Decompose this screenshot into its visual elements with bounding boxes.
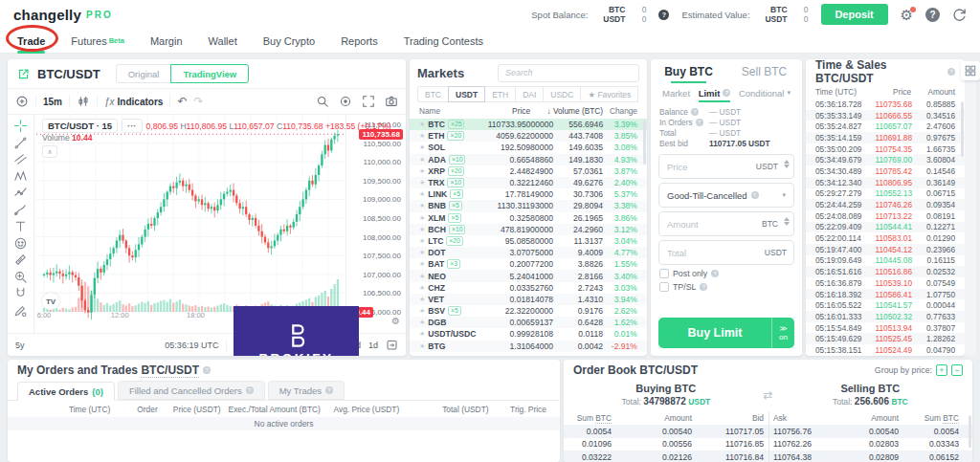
markets-search-input[interactable] [498,64,639,82]
info-icon[interactable] [723,89,730,97]
zoom-in-icon[interactable] [13,270,28,284]
draw-settings-icon[interactable] [13,303,28,318]
market-row[interactable]: ★LTC×2095.0858000011.31373.04% [410,235,647,247]
add-compare-icon[interactable] [15,95,29,108]
open-external-icon[interactable] [17,68,30,80]
market-row[interactable]: ★VET0.018140781.43103.94% [410,294,647,305]
market-row[interactable]: ★BTG1.310640000.0042-2.91% [410,341,647,352]
market-row[interactable]: ★SOL192.50980000149.60353.08% [410,142,647,153]
market-row[interactable]: ★DOT3.070750009.40094.77% [410,247,647,258]
settings-gear-icon[interactable]: ⚙ [901,8,913,22]
magnet-icon[interactable] [13,286,28,300]
deposit-button[interactable]: Deposit [821,4,888,25]
goto-date-icon[interactable] [386,339,398,351]
nav-item-reports[interactable]: Reports [341,29,378,54]
trendline-icon[interactable] [13,136,28,150]
info-icon[interactable] [711,270,719,277]
orders-tab-my-trades[interactable]: My Trades [268,381,345,400]
tif-info-icon[interactable] [751,191,759,199]
chart-plot[interactable]: 6:0012:0018:00 BTC/USDT · 15 ··· 0,806.9… [36,115,345,319]
crosshair-icon[interactable] [13,119,28,133]
candle-style-icon[interactable] [77,95,90,108]
markets-tab-btc[interactable]: BTC [417,86,449,102]
amount-stepper[interactable] [784,217,790,226]
range-5y[interactable]: 5y [15,341,25,350]
brush-icon[interactable] [13,203,28,217]
market-row[interactable]: ★BAT×30.200772003.88261.55% [410,258,647,270]
markets-scrollbar[interactable] [643,121,646,165]
fullscreen-icon[interactable] [362,95,375,108]
layout-grid-icon[interactable] [961,61,980,80]
market-row[interactable]: ★LINK×517.7814900030.73065.37% [410,188,647,200]
swap-icon[interactable]: ⇄ [763,388,772,402]
orders-tab-active-orders[interactable]: Active Orders(0) [17,382,115,401]
markets-tab-dai[interactable]: DAI [515,86,544,102]
time-sales-info-icon[interactable] [947,68,955,76]
range-1d[interactable]: 1d [368,341,378,350]
legend-menu-icon[interactable]: ··· [122,119,143,133]
market-row[interactable]: ★BNB×51130.3119300029.80943.38% [410,200,647,211]
checkbox-tp-sl[interactable]: TP/SL [659,282,793,292]
ruler-icon[interactable] [13,253,28,267]
market-row[interactable]: ★NEO5.240410002.81663.40% [410,270,647,281]
market-row[interactable]: ★BSV×522.322000000.91762.62% [410,305,647,317]
checkbox-box[interactable] [659,269,669,278]
nav-item-trade[interactable]: Trade [17,29,45,54]
tab-buy[interactable]: Buy BTC [651,59,726,83]
xabcd-pattern-icon[interactable] [13,169,28,184]
nav-item-margin[interactable]: Margin [150,29,183,54]
one-click-trading-toggle[interactable]: ≫on [771,318,794,348]
time-in-force-select[interactable]: Good-Till-Cancelled▾ [658,183,794,208]
undo-icon[interactable]: ↶ [177,95,187,108]
market-row[interactable]: ★ADA×100.66548860149.18304.93% [410,154,647,165]
markets-tab-usdt[interactable]: USDT [448,86,485,102]
market-row[interactable]: ★ETH×204059.62200000443.74083.85% [410,130,647,142]
info-icon[interactable] [246,386,254,394]
legend-symbol-chip[interactable]: BTC/USDT · 15 [42,119,118,133]
market-row[interactable]: ★BCH×10478.8190000024.29603.12% [410,224,647,235]
market-row[interactable]: ★XRP×202.4482490057.03613.87% [410,165,647,177]
tab-sell[interactable]: Sell BTC [726,59,802,83]
interval-selector[interactable]: 15m [43,97,62,107]
view-toggle-original[interactable]: Original [116,64,172,83]
text-icon[interactable] [13,219,28,233]
nav-item-futures[interactable]: FuturesBeta [71,29,124,54]
markets-tab-eth[interactable]: ETH [484,86,516,102]
redo-icon[interactable]: ↷ [193,95,203,108]
market-row[interactable]: ★USDT/USDC0.999281080.01180.01% [410,328,647,340]
view-toggle-tradingview[interactable]: TradingView [170,64,249,83]
axis-settings-icon[interactable]: ⚙ [391,316,400,326]
group-increase-button[interactable]: + [936,364,947,376]
camera-icon[interactable] [385,95,398,108]
market-row[interactable]: ★BTC×25110733.95000000556.69463.39% [410,119,647,130]
nav-item-trading-contests[interactable]: Trading Contests [404,29,483,54]
markets-tab-usdc[interactable]: USDC [543,86,581,102]
checkbox-box[interactable] [659,282,669,292]
price-axis[interactable]: 111,000.00110,500.00110,000.00109,500.00… [345,115,406,333]
info-icon[interactable] [325,386,333,394]
orders-tab-filled-and-cancelled-orders[interactable]: Filled and Cancelled Orders [118,381,265,400]
markets-tab-favorites[interactable]: ★ Favorites [580,86,638,102]
help-icon[interactable]: ? [925,8,940,22]
emoji-icon[interactable] [13,236,28,251]
info-icon[interactable] [700,283,707,291]
estimated-value-info-icon[interactable]: ? [658,10,669,20]
pane-collapse-icon[interactable]: ∧ [42,145,57,158]
buy-limit-button[interactable]: Buy Limit ≫on [658,318,794,348]
nav-item-wallet[interactable]: Wallet [209,29,237,54]
market-row[interactable]: ★DGB0.006591370.64281.62% [410,317,647,328]
logout-icon[interactable] [952,8,967,22]
search-zoom-icon[interactable] [316,95,329,108]
order-type-limit[interactable]: Limit [699,83,731,102]
time-sales-scrollbar[interactable] [961,101,964,157]
prediction-icon[interactable] [13,186,28,200]
parallel-channel-icon[interactable] [13,152,28,166]
orders-info-icon[interactable] [203,366,211,374]
indicators-button[interactable]: Indicators [118,97,164,107]
nav-item-buy-crypto[interactable]: Buy Crypto [263,29,315,54]
price-stepper[interactable] [784,160,790,168]
market-row[interactable]: ★XLM×50.3258080026.19653.86% [410,212,647,224]
target-icon[interactable] [339,95,352,108]
order-type-market[interactable]: Market [662,83,690,102]
checkbox-post-only[interactable]: Post only [659,269,793,278]
